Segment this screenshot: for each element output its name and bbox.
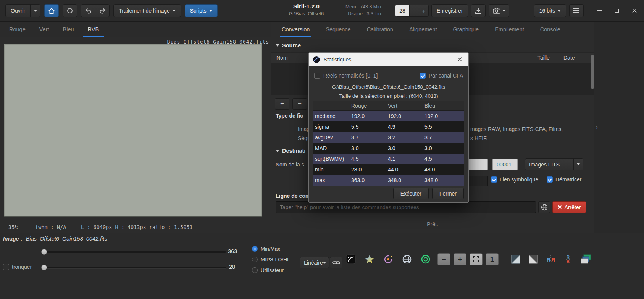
siril-logo-button[interactable] xyxy=(344,253,357,265)
dialog-titlebar[interactable]: Statistiques xyxy=(309,53,468,66)
normalized-label: Réels normalisés [0, 1] xyxy=(323,73,378,79)
cfa-checkbox[interactable] xyxy=(420,73,426,79)
dialog-close-button[interactable] xyxy=(455,57,465,62)
save-button[interactable]: Enregistrer xyxy=(431,4,468,17)
spin-decrement-button[interactable]: − xyxy=(409,5,419,17)
spiral-galaxy-icon xyxy=(383,254,394,265)
tab-rvb[interactable]: RVB xyxy=(81,22,106,37)
supported-formats-text: Imag xyxy=(298,126,310,132)
maximize-icon xyxy=(615,9,619,13)
mode-mips-row[interactable]: MIPS-LO/HI xyxy=(252,257,289,262)
tab-console[interactable]: Console xyxy=(539,22,562,37)
high-slider-handle[interactable] xyxy=(41,249,47,255)
zoom-fit-button[interactable] xyxy=(470,253,483,265)
truncate-checkbox[interactable] xyxy=(3,264,9,270)
statistics-dialog: Statistiques Réels normalisés [0, 1] Par… xyxy=(308,52,469,203)
tab-alignement[interactable]: Alignement xyxy=(408,22,439,37)
supported-formats-text: mages RAW, Images FITS-CFA, Films, xyxy=(470,126,563,132)
symlink-checkbox[interactable] xyxy=(491,176,497,183)
stat-row-mad[interactable]: MAD3.03.03.0 xyxy=(313,143,464,154)
execute-button[interactable]: Exécuter xyxy=(393,188,429,199)
tab-bleu[interactable]: Bleu xyxy=(56,22,81,37)
debayer-checkbox-row[interactable]: Dématricer xyxy=(547,176,581,183)
symlink-checkbox-row[interactable]: Lien symbolique xyxy=(491,176,538,183)
cfa-checkbox-row[interactable]: Par canal CFA xyxy=(420,73,463,79)
truncate-checkbox-row[interactable]: tronquer xyxy=(3,264,32,270)
close-button[interactable] xyxy=(627,5,642,16)
mips-radio[interactable] xyxy=(252,257,258,262)
bit-depth-dropdown[interactable]: 16 bits xyxy=(534,4,566,17)
maximize-button[interactable] xyxy=(610,5,624,16)
main-menu-button[interactable] xyxy=(569,4,584,17)
stat-row-max[interactable]: max363.0348.0348.0 xyxy=(313,175,464,186)
add-files-button[interactable]: + xyxy=(275,98,289,110)
spin-increment-button[interactable]: + xyxy=(419,5,429,17)
open-button[interactable]: Ouvrir xyxy=(5,4,31,17)
zoom-out-button[interactable]: − xyxy=(437,253,450,265)
mode-user-row[interactable]: Utilisateur xyxy=(252,267,284,273)
spin-value[interactable]: 28 xyxy=(395,5,410,17)
image-processing-menu-button[interactable]: Traitement de l'image xyxy=(113,4,181,17)
mode-minmax-row[interactable]: Min/Max xyxy=(252,246,280,252)
column-date[interactable]: Date xyxy=(563,55,575,61)
stat-row-mediane[interactable]: médiane192.0192.0192.0 xyxy=(313,111,464,121)
stop-button[interactable]: Arrêter xyxy=(552,201,586,213)
tab-sequence[interactable]: Séquence xyxy=(324,22,352,37)
stat-row-min[interactable]: min28.044.048.0 xyxy=(313,164,464,175)
output-format-dropdown[interactable]: Images FITS xyxy=(525,158,583,170)
stat-row-avgdev[interactable]: avgDev3.73.23.7 xyxy=(313,132,464,143)
split-view-button[interactable] xyxy=(509,253,522,265)
user-radio[interactable] xyxy=(252,267,258,273)
disk-space: Disque : 3.3 Tio xyxy=(341,11,381,18)
command-input[interactable] xyxy=(276,201,536,213)
high-level-slider[interactable] xyxy=(42,251,226,253)
source-expander[interactable]: Source xyxy=(276,42,301,48)
column-taille[interactable]: Taille xyxy=(537,55,550,61)
tab-vert[interactable]: Vert xyxy=(32,22,56,37)
low-level-slider[interactable] xyxy=(42,267,226,268)
stat-row-sigma[interactable]: sigma5.54.95.5 xyxy=(313,121,464,132)
normalized-checkbox-row[interactable]: Réels normalisés [0, 1] xyxy=(314,73,378,79)
tab-calibration[interactable]: Calibration xyxy=(365,22,395,37)
background-extraction-button[interactable] xyxy=(419,253,432,265)
scripts-menu-button[interactable]: Scripts xyxy=(185,4,218,17)
zoom-in-button[interactable]: + xyxy=(454,253,466,265)
pane-expand-handle[interactable]: › xyxy=(596,124,598,131)
astrometry-button[interactable] xyxy=(400,253,413,265)
image-canvas[interactable] xyxy=(4,44,262,217)
tab-rouge[interactable]: Rouge xyxy=(2,22,32,37)
sequence-frames-button[interactable] xyxy=(579,253,592,265)
record-button[interactable] xyxy=(63,4,77,17)
scale-mode-dropdown[interactable]: Linéaire xyxy=(300,257,329,268)
undo-button[interactable] xyxy=(81,4,95,17)
close-dialog-button[interactable]: Fermer xyxy=(432,188,464,199)
home-button[interactable] xyxy=(44,4,59,17)
tab-conversion[interactable]: Conversion xyxy=(280,22,311,37)
minimize-button[interactable] xyxy=(592,5,607,16)
tab-empilement[interactable]: Empilement xyxy=(493,22,526,37)
open-dropdown-button[interactable] xyxy=(30,4,40,17)
output-format-label: Images FITS xyxy=(525,162,571,168)
snapshot-dropdown-button[interactable] xyxy=(489,4,509,17)
tab-graphique[interactable]: Graphique xyxy=(451,22,480,37)
zoom-100-button[interactable]: 1 xyxy=(486,253,499,265)
stat-row-sqrtbwmv[interactable]: sqrt(BWMV)4.54.14.5 xyxy=(313,154,464,164)
start-index-input[interactable]: 00001 xyxy=(492,159,518,170)
minmax-radio[interactable] xyxy=(252,246,258,252)
file-list-scrollbar[interactable] xyxy=(591,55,594,89)
redo-button[interactable] xyxy=(95,4,110,17)
destination-expander[interactable]: Destinati xyxy=(276,148,305,154)
remove-files-button[interactable]: − xyxy=(292,98,307,110)
normalized-checkbox[interactable] xyxy=(314,73,320,79)
mirror-x-button[interactable]: RR xyxy=(544,253,557,265)
link-channels-button[interactable] xyxy=(330,257,342,268)
save-as-button[interactable] xyxy=(471,4,486,17)
low-slider-handle[interactable] xyxy=(41,265,47,270)
mirror-y-button[interactable]: RR xyxy=(562,253,575,265)
split-view-alt-button[interactable] xyxy=(527,253,540,265)
photometry-button[interactable] xyxy=(382,253,395,265)
star-detection-button[interactable] xyxy=(363,253,376,265)
debayer-checkbox[interactable] xyxy=(547,176,553,183)
network-button[interactable] xyxy=(538,201,550,213)
column-nom[interactable]: Nom xyxy=(276,55,288,61)
